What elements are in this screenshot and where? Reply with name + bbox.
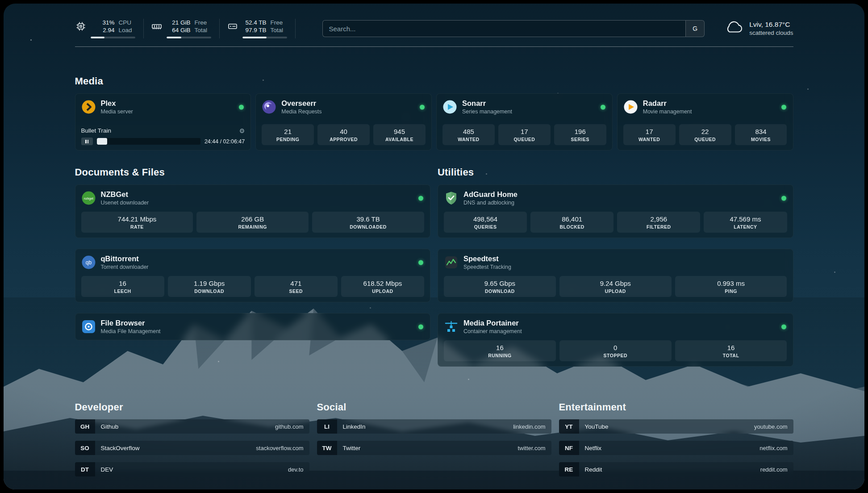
overseerr-title: Overseerr (281, 99, 321, 108)
cpu-percent: 31% (102, 19, 114, 26)
sonarr-title: Sonarr (462, 99, 512, 108)
pause-button[interactable] (81, 138, 93, 145)
disk-free-label: Free (271, 19, 283, 26)
filebrowser-icon (81, 319, 96, 334)
radarr-title: Radarr (643, 99, 692, 108)
memory-free-label: Free (195, 19, 207, 26)
search-provider-button[interactable]: G (685, 21, 704, 37)
card-plex[interactable]: Plex Media server Bullet Train ⚙ (75, 93, 251, 150)
stat-pending: 21PENDING (262, 124, 314, 145)
section-media: Media Plex Media server (75, 75, 793, 150)
section-social: Social LI LinkedIn linkedin.com TW Twitt… (317, 401, 551, 476)
weather-widget: Lviv, 16.87°C scattered clouds (724, 19, 793, 38)
stat-total: 16TOTAL (675, 340, 787, 361)
nzbget-status-dot (418, 196, 423, 201)
bookmark-dev[interactable]: DT DEV dev.to (75, 462, 309, 476)
stat-queued: 22QUEUED (679, 124, 731, 145)
speedtest-subtitle: Speedtest Tracking (463, 263, 511, 271)
bookmark-twitter[interactable]: TW Twitter twitter.com (317, 441, 551, 455)
memory-total-label: Total (195, 27, 208, 33)
stat-download: 9.65 GbpsDOWNLOAD (444, 276, 556, 297)
gear-icon[interactable]: ⚙ (239, 128, 245, 134)
disk-total-label: Total (271, 27, 284, 33)
bookmark-youtube[interactable]: YT YouTube youtube.com (559, 419, 793, 434)
playback-progress-bar[interactable] (97, 138, 200, 145)
stat-remaining: 266 GBREMAINING (196, 212, 309, 233)
bookmark-github[interactable]: GH Github github.com (75, 419, 309, 434)
disk-total-value: 97.9 TB (245, 27, 266, 33)
portainer-status-dot (781, 324, 786, 329)
stat-running: 16RUNNING (444, 340, 556, 361)
stat-blocked: 86,401BLOCKED (530, 212, 613, 233)
section-utilities: Utilities AdGu (438, 167, 793, 367)
plex-subtitle: Media server (101, 108, 133, 115)
nzbget-icon: nzbget (81, 191, 96, 205)
card-filebrowser[interactable]: File Browser Media File Management (75, 313, 431, 340)
linkedin-abbr-icon: LI (317, 419, 337, 434)
filebrowser-subtitle: Media File Management (101, 328, 161, 335)
disk-usage-bar (242, 37, 287, 38)
bookmark-linkedin[interactable]: LI LinkedIn linkedin.com (317, 419, 551, 434)
card-qbittorrent[interactable]: qb qBittorrent Torrent downloader 16LEEC… (75, 249, 431, 302)
card-adguard[interactable]: AdGuard Home DNS and adblocking 498,564Q… (438, 184, 793, 238)
section-entertainment: Entertainment YT YouTube youtube.com NF … (559, 401, 793, 476)
plex-title: Plex (101, 99, 133, 108)
stat-rate: 744.21 MbpsRATE (81, 212, 193, 233)
adguard-title: AdGuard Home (463, 190, 517, 199)
section-developer: Developer GH Github github.com SO StackO… (75, 401, 309, 476)
qbittorrent-icon: qb (81, 255, 96, 270)
developer-heading: Developer (75, 401, 309, 413)
bookmark-reddit[interactable]: RE Reddit reddit.com (559, 462, 793, 476)
plex-now-playing: Bullet Train ⚙ 24:44 / 02:06:47 (81, 127, 245, 145)
stat-available: 945AVAILABLE (373, 124, 426, 145)
cpu-widget: 31%2.94 CPULoad (75, 19, 144, 38)
weather-location: Lviv, 16.87°C (749, 20, 793, 29)
filebrowser-title: File Browser (101, 318, 161, 327)
radarr-subtitle: Movie management (643, 108, 692, 115)
card-nzbget[interactable]: nzbget NZBGet Usenet downloader 744.21 M… (75, 184, 431, 238)
stat-approved: 40APPROVED (317, 124, 370, 145)
cpu-load-label: Load (119, 27, 132, 33)
stat-leech: 16LEECH (81, 276, 164, 297)
card-sonarr[interactable]: Sonarr Series management 485WANTED 17QUE… (436, 93, 613, 150)
adguard-icon (444, 191, 459, 205)
adguard-status-dot (781, 196, 786, 201)
stat-upload: 9.24 GbpsUPLOAD (559, 276, 672, 297)
adguard-subtitle: DNS and adblocking (463, 199, 517, 206)
stat-seed: 471SEED (255, 276, 338, 297)
stat-queued: 17QUEUED (498, 124, 551, 145)
radarr-icon (623, 100, 638, 114)
disk-free-value: 52.4 TB (245, 19, 266, 26)
playback-time: 24:44 / 02:06:47 (204, 138, 245, 145)
radarr-status-dot (781, 104, 786, 109)
overseerr-status-dot (420, 104, 425, 109)
stat-download: 1.19 GbpsDOWNLOAD (168, 276, 251, 297)
utilities-heading: Utilities (438, 167, 793, 178)
stat-latency: 47.569 msLATENCY (704, 212, 787, 233)
stat-wanted: 17WANTED (623, 124, 676, 145)
search-input[interactable] (323, 21, 686, 37)
stat-wanted: 485WANTED (442, 124, 495, 145)
twitter-abbr-icon: TW (317, 441, 337, 455)
documents-heading: Documents & Files (75, 167, 431, 178)
portainer-subtitle: Container management (463, 328, 522, 335)
card-speedtest[interactable]: Speedtest Speedtest Tracking 9.65 GbpsDO… (438, 249, 793, 302)
reddit-abbr-icon: RE (559, 462, 579, 476)
search-bar[interactable]: G (322, 20, 705, 37)
sonarr-icon (442, 100, 457, 114)
stat-stopped: 0STOPPED (559, 340, 672, 361)
portainer-title: Media Portainer (463, 318, 522, 327)
sonarr-status-dot (601, 104, 605, 109)
card-portainer[interactable]: Media Portainer Container management 16R… (438, 313, 793, 367)
cpu-usage-bar (91, 37, 135, 38)
stat-upload: 618.52 MbpsUPLOAD (341, 276, 424, 297)
top-bar: 31%2.94 CPULoad 21 GiB64 GiB FreeTotal (75, 4, 793, 38)
bookmark-netflix[interactable]: NF Netflix netflix.com (559, 441, 793, 455)
card-overseerr[interactable]: Overseerr Media Requests 21PENDING 40APP… (255, 93, 432, 150)
youtube-abbr-icon: YT (559, 419, 579, 434)
weather-condition: scattered clouds (749, 29, 793, 37)
memory-icon (151, 21, 163, 32)
bookmark-stackoverflow[interactable]: SO StackOverflow stackoverflow.com (75, 441, 309, 455)
card-radarr[interactable]: Radarr Movie management 17WANTED 22QUEUE… (617, 93, 793, 150)
speedtest-icon (444, 255, 459, 270)
